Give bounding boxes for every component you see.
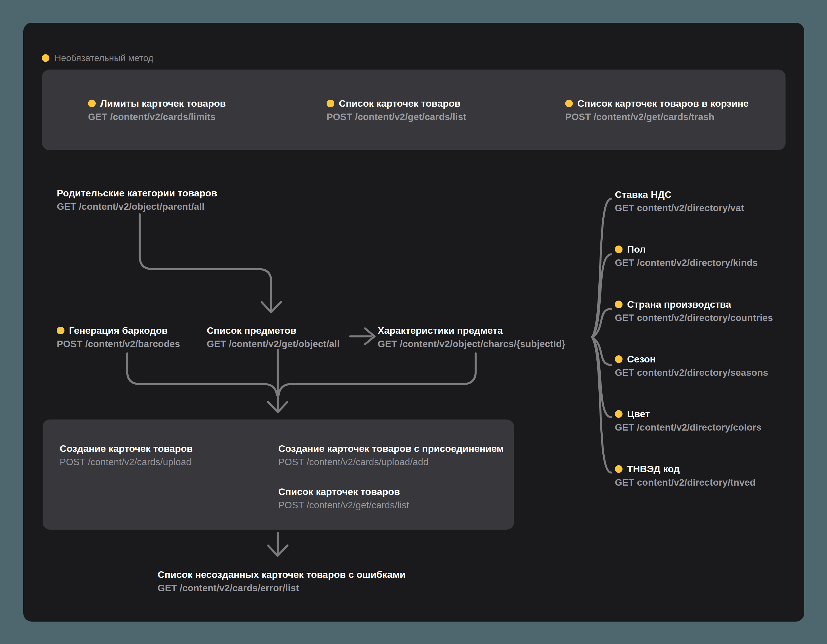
node-create-cards: Создание карточек товаров POST /content/… xyxy=(60,442,192,469)
optional-method-icon xyxy=(615,300,623,308)
node-directory-tnved: ТНВЭД код GET content/v2/directory/tnved xyxy=(615,462,756,489)
node-title: Список карточек товаров в корзине xyxy=(577,98,749,109)
node-endpoint: GET content/v2/directory/tnved xyxy=(615,476,756,489)
node-endpoint: GET /content/v2/object/parent/all xyxy=(57,200,217,213)
node-endpoint: GET /content/v2/cards/error/list xyxy=(158,581,406,595)
node-directory-countries: Страна производства GET content/v2/direc… xyxy=(615,297,773,325)
node-endpoint: GET /content/v2/directory/kinds xyxy=(615,256,758,270)
optional-method-icon xyxy=(88,100,96,107)
node-create-cards-join: Создание карточек товаров с присоединени… xyxy=(278,442,504,469)
node-title: Лимиты карточек товаров xyxy=(100,98,226,109)
node-title: Список несозданных карточек товаров с ош… xyxy=(158,568,406,581)
node-endpoint: GET /content/v2/cards/limits xyxy=(88,110,226,124)
optional-method-icon xyxy=(565,100,573,107)
node-endpoint: GET content/v2/directory/vat xyxy=(615,201,744,215)
node-cards-list-bottom: Список карточек товаров POST /content/v2… xyxy=(278,485,409,512)
node-objects-list: Список предметов GET /content/v2/get/obj… xyxy=(207,324,340,351)
node-title: Пол xyxy=(627,244,646,255)
node-title: Характеристики предмета xyxy=(378,324,565,337)
node-cards-list-top: Список карточек товаров POST /content/v2… xyxy=(326,96,467,124)
node-title: Список карточек товаров xyxy=(339,98,460,109)
node-title: Список предметов xyxy=(207,324,340,337)
node-title: Ставка НДС xyxy=(615,188,744,201)
node-endpoint: POST /content/v2/get/cards/list xyxy=(278,498,409,512)
optional-method-icon xyxy=(615,465,623,473)
node-endpoint: POST /content/v2/barcodes xyxy=(57,337,180,351)
diagram-canvas: { "legend": { "label": "Необязательный м… xyxy=(0,0,827,644)
legend-label: Необязательный метод xyxy=(55,53,153,63)
node-directory-colors: Цвет GET /content/v2/directory/colors xyxy=(615,407,761,434)
optional-method-icon xyxy=(326,100,334,107)
optional-method-icon xyxy=(42,54,49,62)
node-title: Создание карточек товаров с присоединени… xyxy=(278,442,504,455)
node-barcodes: Генерация баркодов POST /content/v2/barc… xyxy=(57,324,180,351)
node-title: Генерация баркодов xyxy=(69,325,168,336)
node-endpoint: GET /content/v2/object/charcs/{subjectId… xyxy=(378,337,565,351)
card-creation-box xyxy=(42,420,514,530)
node-title: Цвет xyxy=(627,408,650,420)
node-endpoint: POST /content/v2/get/cards/trash xyxy=(565,110,749,124)
node-title: Создание карточек товаров xyxy=(60,442,192,455)
node-endpoint: GET /content/v2/directory/colors xyxy=(615,421,761,434)
node-cards-trash: Список карточек товаров в корзине POST /… xyxy=(565,96,749,124)
legend: Необязательный метод xyxy=(42,53,153,63)
node-endpoint: POST /content/v2/cards/upload xyxy=(60,455,192,469)
node-parent-categories: Родительские категории товаров GET /cont… xyxy=(57,186,217,213)
node-title: Сезон xyxy=(627,354,656,365)
node-endpoint: POST /content/v2/get/cards/list xyxy=(326,110,467,124)
node-endpoint: GET content/v2/directory/countries xyxy=(615,311,773,325)
node-directory-vat: Ставка НДС GET content/v2/directory/vat xyxy=(615,188,744,215)
node-endpoint: GET content/v2/directory/seasons xyxy=(615,366,768,380)
node-title: ТНВЭД код xyxy=(627,464,680,474)
node-card-limits: Лимиты карточек товаров GET /content/v2/… xyxy=(88,96,226,124)
optional-method-icon xyxy=(615,246,623,253)
node-title: Страна производства xyxy=(627,299,731,310)
node-error-cards-list: Список несозданных карточек товаров с ош… xyxy=(158,568,406,595)
optional-method-icon xyxy=(57,327,64,334)
node-object-charcs: Характеристики предмета GET /content/v2/… xyxy=(378,324,565,351)
optional-method-icon xyxy=(615,355,623,363)
node-directory-seasons: Сезон GET content/v2/directory/seasons xyxy=(615,352,768,380)
node-endpoint: GET /content/v2/get/object/all xyxy=(207,337,340,351)
optional-method-icon xyxy=(615,410,623,418)
node-endpoint: POST /content/v2/cards/upload/add xyxy=(278,455,504,469)
node-title: Список карточек товаров xyxy=(278,485,409,498)
node-title: Родительские категории товаров xyxy=(57,186,217,200)
node-directory-kinds: Пол GET /content/v2/directory/kinds xyxy=(615,243,758,270)
